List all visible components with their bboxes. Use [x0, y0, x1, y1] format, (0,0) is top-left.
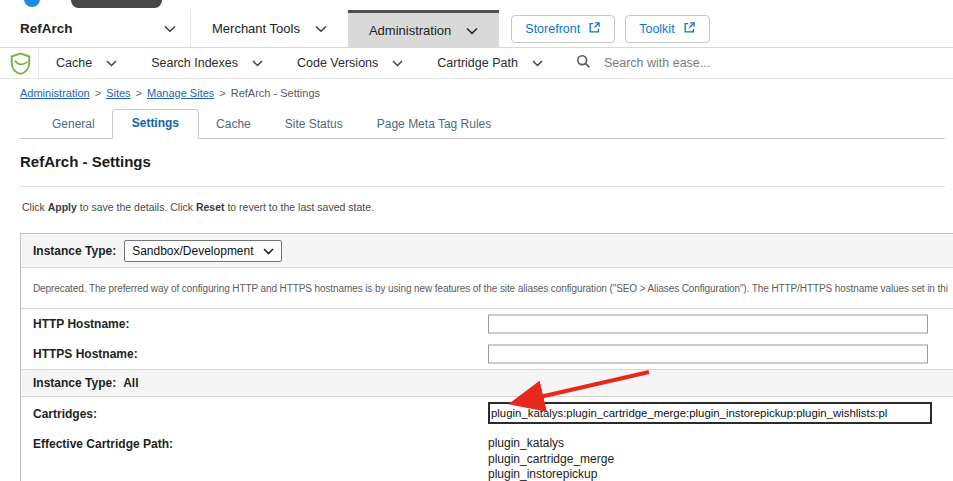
instance-type-row: Instance Type: Sandbox/Development: [21, 234, 953, 268]
site-selector[interactable]: RefArch: [0, 10, 191, 47]
cartridges-row: Cartridges:: [21, 397, 953, 430]
cartridge-path-entry: plugin_katalys: [488, 436, 614, 452]
menu-merchant-tools[interactable]: Merchant Tools: [191, 10, 348, 47]
chevron-down-icon: [532, 56, 543, 70]
instance-type-select-value: Sandbox/Development: [132, 244, 253, 258]
tab-settings[interactable]: Settings: [112, 109, 199, 139]
toolbar-item-cartridge-path[interactable]: Cartridge Path: [420, 56, 560, 70]
instance-type-all-row: Instance Type: All: [21, 369, 953, 397]
cartridge-path-entry: plugin_instorepickup: [488, 467, 614, 481]
toolkit-button-label: Toolkit: [639, 22, 674, 36]
breadcrumb: Administration>Sites>Manage Sites>RefArc…: [20, 87, 320, 99]
search-input[interactable]: [602, 55, 953, 71]
page-title: RefArch - Settings: [20, 153, 151, 170]
note-text: Click: [22, 201, 48, 213]
https-hostname-label: HTTPS Hostname:: [33, 347, 138, 361]
toolbar-item-search-indexes-label: Search Indexes: [151, 56, 238, 70]
cartridge-path-entry: plugin_cartridge_merge: [488, 452, 614, 468]
secondary-toolbar: Cache Search Indexes Code Versions Cartr…: [0, 48, 953, 79]
deprecated-note-text: Deprecated. The preferred way of configu…: [33, 283, 948, 294]
https-hostname-row: HTTPS Hostname:: [21, 339, 953, 369]
chevron-down-icon: [252, 56, 263, 70]
breadcrumb-link-sites[interactable]: Sites: [106, 87, 130, 99]
primary-navbar: RefArch Merchant Tools Administration St…: [0, 10, 953, 48]
toolbar-item-search-indexes[interactable]: Search Indexes: [134, 56, 280, 70]
breadcrumb-separator: >: [219, 87, 225, 99]
http-hostname-row: HTTP Hostname:: [21, 309, 953, 339]
breadcrumb-separator: >: [95, 87, 101, 99]
chevron-down-icon: [466, 23, 478, 38]
toolbar-item-cache[interactable]: Cache: [39, 56, 134, 70]
search-box: [576, 54, 953, 73]
tab-general[interactable]: General: [35, 111, 112, 138]
chevron-down-icon: [263, 244, 274, 258]
note-reset-keyword: Reset: [196, 201, 225, 213]
effective-cartridge-path-row: Effective Cartridge Path: plugin_katalys…: [21, 430, 953, 481]
storefront-button[interactable]: Storefront: [511, 15, 615, 43]
storefront-button-label: Storefront: [525, 22, 580, 36]
toolkit-button[interactable]: Toolkit: [625, 15, 709, 43]
cartridges-label: Cartridges:: [33, 407, 97, 421]
chevron-down-icon: [392, 56, 403, 70]
instance-type-select[interactable]: Sandbox/Development: [124, 240, 282, 262]
note-text: to revert to the last saved state.: [225, 201, 374, 213]
toolbar-item-cache-label: Cache: [56, 56, 92, 70]
menu-merchant-tools-label: Merchant Tools: [212, 21, 300, 36]
shield-logo-icon: [10, 52, 31, 75]
chevron-down-icon: [315, 21, 327, 36]
instructions-note: Click Apply to save the details. Click R…: [22, 201, 374, 213]
menu-administration[interactable]: Administration: [348, 10, 499, 47]
partial-dark-pill: [71, 0, 162, 8]
tab-page-meta-tag-rules[interactable]: Page Meta Tag Rules: [360, 111, 509, 138]
deprecated-note-row: Deprecated. The preferred way of configu…: [21, 268, 953, 309]
instance-type-all-value: All: [123, 376, 138, 390]
http-hostname-input[interactable]: [488, 315, 928, 334]
breadcrumb-current: RefArch - Settings: [231, 87, 320, 99]
title-divider: [20, 186, 945, 187]
external-link-icon: [588, 21, 601, 37]
site-selector-label: RefArch: [20, 21, 73, 36]
https-hostname-input[interactable]: [488, 345, 928, 364]
note-apply-keyword: Apply: [48, 201, 77, 213]
instance-type-all-label: Instance Type:: [33, 376, 116, 390]
effective-cartridge-path-values: plugin_katalys plugin_cartridge_merge pl…: [488, 436, 614, 481]
instance-type-label: Instance Type:: [33, 244, 116, 258]
search-icon: [576, 54, 591, 73]
breadcrumb-link-manage-sites[interactable]: Manage Sites: [147, 87, 214, 99]
partial-avatar-circle: [24, 0, 40, 7]
external-link-icon: [683, 21, 696, 37]
cartridges-input[interactable]: [488, 402, 932, 424]
tab-site-status[interactable]: Site Status: [268, 111, 360, 138]
http-hostname-label: HTTP Hostname:: [33, 317, 129, 331]
chevron-down-icon: [164, 21, 176, 36]
note-text: to save the details. Click: [77, 201, 196, 213]
breadcrumb-separator: >: [136, 87, 142, 99]
menu-administration-label: Administration: [369, 23, 451, 38]
breadcrumb-link-administration[interactable]: Administration: [20, 87, 90, 99]
toolbar-item-code-versions[interactable]: Code Versions: [280, 56, 420, 70]
tab-strip: General Settings Cache Site Status Page …: [20, 110, 945, 139]
toolbar-item-cartridge-path-label: Cartridge Path: [437, 56, 518, 70]
settings-table: Instance Type: Sandbox/Development Depre…: [20, 233, 953, 481]
effective-cartridge-path-label: Effective Cartridge Path:: [33, 437, 173, 451]
toolbar-item-code-versions-label: Code Versions: [297, 56, 378, 70]
tab-cache[interactable]: Cache: [199, 111, 268, 138]
chevron-down-icon: [106, 56, 117, 70]
